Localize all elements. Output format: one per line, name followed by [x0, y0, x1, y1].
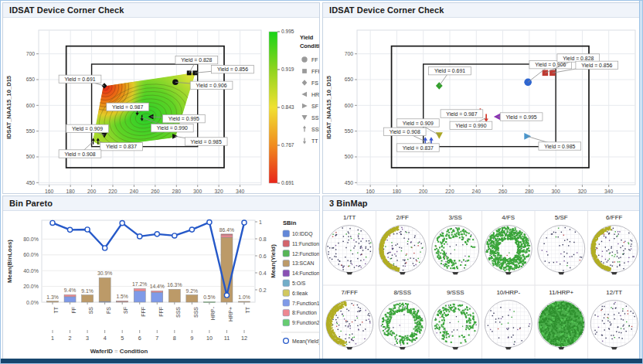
- sbin-item-label: 6:Ileak: [292, 291, 308, 296]
- die-dot: [613, 228, 614, 229]
- die-dot: [446, 337, 447, 338]
- die-dot: [396, 233, 397, 234]
- die-dot: [524, 234, 526, 236]
- y-axis-title: IDSAT_NAA15_10_D15: [5, 75, 12, 139]
- bar-stack: [99, 277, 111, 302]
- die-dot: [574, 313, 576, 315]
- wafer-notch: [400, 347, 406, 349]
- yield-label: Yield = 0.985: [191, 139, 222, 145]
- die-dot: [561, 342, 563, 343]
- die-dot: [509, 266, 511, 267]
- die-dot: [604, 306, 604, 307]
- die-dot: [398, 308, 400, 309]
- die-dot: [497, 235, 498, 236]
- condition-label: SSS: [175, 307, 181, 318]
- die-dot: [555, 335, 556, 336]
- sbin-swatch: [283, 290, 290, 297]
- die-dot: [556, 236, 556, 237]
- die-dot: [442, 335, 444, 336]
- die-dot: [420, 329, 422, 331]
- die-dot: [360, 260, 361, 260]
- die-dot: [570, 343, 571, 345]
- die-dot: [497, 252, 498, 253]
- die-dot: [508, 322, 509, 323]
- die-dot: [450, 322, 451, 323]
- die-dot: [444, 331, 446, 332]
- die-dot: [331, 318, 332, 320]
- die-dot: [488, 240, 490, 242]
- die-dot: [336, 341, 338, 342]
- sbin-swatch: [283, 319, 290, 326]
- die-dot: [359, 238, 359, 239]
- legend-item-label: TT: [311, 138, 318, 144]
- wafer-map-title: 7/FFF: [342, 289, 358, 296]
- die-dot: [511, 317, 512, 318]
- die-dot: [366, 247, 366, 247]
- die-dot: [464, 264, 466, 266]
- yield-line-marker: [85, 227, 90, 232]
- die-dot: [445, 264, 447, 265]
- die-dot: [394, 344, 395, 345]
- die-dot: [563, 270, 563, 270]
- wafer-number: 1: [51, 335, 54, 342]
- x-tick-label: 160: [45, 189, 54, 194]
- die-dot: [524, 236, 526, 237]
- die-dot: [362, 247, 362, 248]
- die-dot: [522, 238, 524, 240]
- die-dot: [460, 264, 461, 266]
- die-dot: [556, 324, 557, 325]
- wafer-number: 7: [155, 335, 158, 342]
- die-dot: [475, 325, 476, 325]
- left-tick-label: 60.0%: [23, 252, 39, 257]
- die-dot: [507, 238, 509, 240]
- binmap-grid: 1/TT2/FF3/SS4/FS5/SF6/FFF7/FFF8/SSS9/SSS…: [323, 211, 641, 359]
- die-dot: [386, 321, 387, 323]
- die-dot: [498, 230, 499, 232]
- die-dot: [545, 260, 546, 261]
- die-dot: [407, 337, 409, 338]
- die-dot: [444, 320, 445, 321]
- die-dot: [566, 332, 568, 334]
- die-dot: [349, 233, 349, 233]
- die-dot: [352, 303, 352, 304]
- die-dot: [437, 257, 439, 258]
- die-dot: [339, 303, 341, 304]
- die-dot: [410, 311, 412, 312]
- bar-stack: [134, 288, 145, 302]
- die-dot: [621, 318, 621, 319]
- die-dot: [493, 258, 495, 260]
- die-dot: [343, 266, 344, 267]
- die-dot: [617, 236, 617, 236]
- die-dot: [447, 257, 449, 258]
- yield-label: Yield = 0.990: [157, 125, 188, 131]
- wafer-number: 11: [224, 335, 230, 342]
- die-dot: [565, 309, 566, 311]
- die-dot: [397, 270, 399, 271]
- die-dot: [624, 241, 625, 242]
- die-dot: [557, 320, 559, 321]
- die-dot: [348, 326, 349, 327]
- die-dot: [444, 309, 446, 311]
- die-dot: [366, 310, 366, 311]
- yield-label: Yield = 0.828: [563, 56, 594, 61]
- die-dot: [571, 329, 573, 331]
- die-dot: [575, 232, 576, 233]
- die-dot: [415, 264, 416, 265]
- die-dot: [394, 312, 396, 314]
- die-dot: [561, 301, 563, 303]
- left-tick-label: 80.0%: [23, 236, 39, 242]
- die-dot: [461, 233, 463, 235]
- die-dot: [525, 242, 526, 243]
- die-dot: [595, 334, 596, 335]
- y-tick-label: 450: [26, 180, 36, 185]
- die-dot: [526, 251, 528, 253]
- die-dot: [352, 338, 352, 339]
- die-dot: [464, 256, 465, 257]
- wafer-map-11-HRP+: 11/HRP+: [538, 289, 585, 349]
- window-bottom-scrollbar[interactable]: [1, 359, 643, 363]
- bar-segment: [151, 291, 163, 292]
- die-dot: [403, 260, 403, 260]
- die-dot: [547, 321, 549, 322]
- die-dot: [380, 251, 382, 253]
- die-dot: [614, 318, 614, 319]
